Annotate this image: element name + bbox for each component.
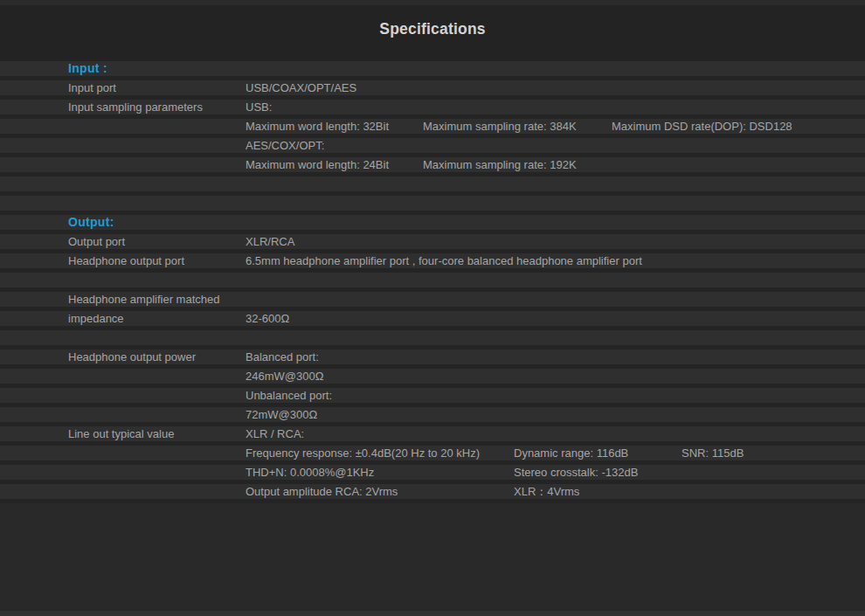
spec-cell: Headphone output port <box>68 253 184 268</box>
spec-cell: 246mW@300Ω <box>246 369 323 384</box>
spec-row: 246mW@300Ω <box>0 369 865 388</box>
section-header-row: Input : <box>0 61 865 80</box>
page-title: Specifications <box>379 20 485 38</box>
spacer-row <box>0 196 865 215</box>
spec-row: Input portUSB/COAX/OPT/AES <box>0 80 865 100</box>
spacer-row <box>0 176 865 196</box>
spec-cell: Frequency response: ±0.4dB(20 Hz to 20 k… <box>246 446 480 460</box>
spec-cell: Maximum sampling rate: 384K <box>423 119 577 134</box>
spec-cell: USB: <box>246 100 272 114</box>
section-header-label: Output: <box>68 215 114 230</box>
spec-cell: Maximum word length: 32Bit <box>246 119 389 134</box>
spec-cell: USB/COAX/OPT/AES <box>246 80 356 95</box>
spec-row: Maximum word length: 32BitMaximum sampli… <box>0 119 865 138</box>
spacer-row <box>0 330 865 350</box>
spec-cell: Dynamic range: 116dB <box>514 446 628 460</box>
spec-cell: Line out typical value <box>68 426 174 441</box>
spec-cell: AES/COX/OPT: <box>246 138 324 153</box>
spec-row: Maximum word length: 24BitMaximum sampli… <box>0 157 865 176</box>
bottom-divider <box>0 611 865 616</box>
spec-row: Input sampling parametersUSB: <box>0 100 865 119</box>
spec-row: 72mW@300Ω <box>0 407 865 426</box>
spec-cell: XLR：4Vrms <box>514 484 579 499</box>
spec-row: Headphone output port6.5mm headphone amp… <box>0 253 865 273</box>
spec-row: AES/COX/OPT: <box>0 138 865 157</box>
spec-row: Line out typical valueXLR / RCA: <box>0 426 865 446</box>
spec-cell: Maximum word length: 24Bit <box>246 157 389 172</box>
spec-cell: Balanced port: <box>246 350 319 364</box>
specifications-page: Specifications Input :Input portUSB/COAX… <box>0 0 865 616</box>
spec-cell: Output amplitude RCA: 2Vrms <box>246 484 398 499</box>
spec-cell: SNR: 115dB <box>682 446 744 460</box>
spec-cell: Input port <box>68 80 116 95</box>
spec-row: Unbalanced port: <box>0 388 865 407</box>
spec-row: THD+N: 0.0008%@1KHzStereo crosstalk: -13… <box>0 465 865 484</box>
spec-cell: Unbalanced port: <box>246 388 332 403</box>
spec-row: Output amplitude RCA: 2VrmsXLR：4Vrms <box>0 484 865 503</box>
spec-cell: 6.5mm headphone amplifier port , four-co… <box>246 253 642 268</box>
spec-row: Frequency response: ±0.4dB(20 Hz to 20 k… <box>0 446 865 465</box>
spec-cell: Maximum sampling rate: 192K <box>423 157 577 172</box>
section-header-row: Output: <box>0 215 865 234</box>
spec-row: Output portXLR/RCA <box>0 234 865 253</box>
section-header-label: Input : <box>68 61 107 76</box>
spec-cell: 32-600Ω <box>246 311 289 326</box>
spec-row: impedance32-600Ω <box>0 311 865 330</box>
footer: Dimensions: 288 x 211 x 63（mm） Weight: 3… <box>0 503 865 616</box>
spec-cell: Output port <box>68 234 125 249</box>
title-bar: Specifications <box>0 0 865 58</box>
spacer-row <box>0 273 865 292</box>
spec-cell: THD+N: 0.0008%@1KHz <box>246 465 374 480</box>
spec-cell: Headphone amplifier matched <box>68 292 219 307</box>
spec-cell: Headphone output power <box>68 350 196 364</box>
spec-cell: Input sampling parameters <box>68 100 203 114</box>
spec-cell: XLR / RCA: <box>246 426 304 441</box>
spec-cell: Stereo crosstalk: -132dB <box>514 465 638 480</box>
spec-cell: Maximum DSD rate(DOP): DSD128 <box>612 119 792 134</box>
spec-cell: impedance <box>68 311 124 326</box>
spec-table: Input :Input portUSB/COAX/OPT/AESInput s… <box>0 61 865 503</box>
spec-cell: XLR/RCA <box>246 234 294 249</box>
spec-cell: 72mW@300Ω <box>246 407 317 422</box>
spec-row: Headphone output powerBalanced port: <box>0 350 865 369</box>
spec-row: Headphone amplifier matched <box>0 292 865 311</box>
